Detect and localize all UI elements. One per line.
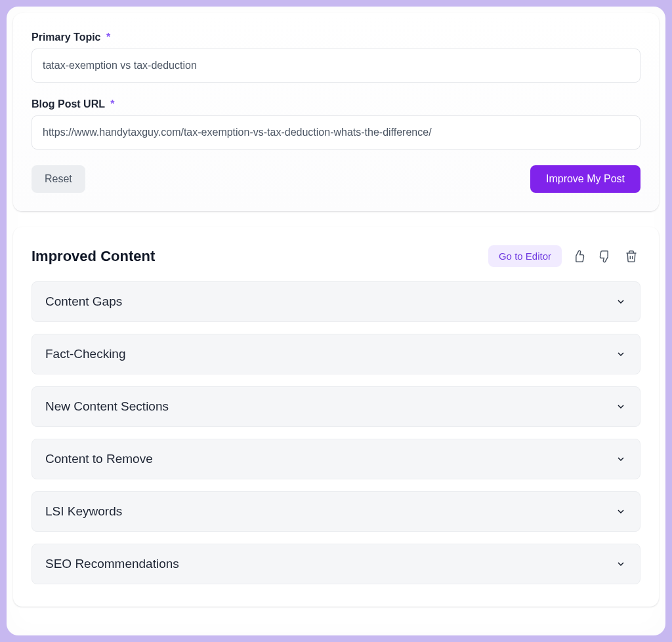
thumbs-up-icon[interactable]	[570, 247, 588, 266]
topic-label: Primary Topic	[32, 31, 101, 43]
results-title: Improved Content	[32, 248, 155, 265]
thumbs-down-icon[interactable]	[596, 247, 614, 266]
chevron-down-icon	[615, 558, 627, 570]
results-card: Improved Content Go to Editor Content Ga…	[13, 227, 659, 607]
accordion-content-to-remove[interactable]: Content to Remove	[32, 439, 640, 479]
required-star: *	[106, 31, 110, 43]
accordion-content-gaps[interactable]: Content Gaps	[32, 281, 640, 322]
trash-icon[interactable]	[622, 247, 640, 266]
chevron-down-icon	[615, 401, 627, 412]
accordion-title: SEO Recommendations	[45, 557, 179, 571]
reset-button[interactable]: Reset	[32, 165, 85, 193]
accordion-fact-checking[interactable]: Fact-Checking	[32, 334, 640, 374]
results-actions: Go to Editor	[488, 245, 640, 267]
chevron-down-icon	[615, 453, 627, 465]
input-card: Primary Topic * Blog Post URL * Reset Im…	[13, 13, 659, 211]
required-star: *	[110, 98, 114, 110]
results-header: Improved Content Go to Editor	[32, 245, 640, 267]
accordion-title: Content Gaps	[45, 294, 122, 309]
go-to-editor-button[interactable]: Go to Editor	[488, 245, 562, 267]
url-input[interactable]	[32, 115, 640, 150]
accordion-title: Fact-Checking	[45, 347, 126, 361]
topic-field-block: Primary Topic *	[32, 31, 640, 83]
chevron-down-icon	[615, 506, 627, 517]
accordion-new-content-sections[interactable]: New Content Sections	[32, 386, 640, 427]
topic-input[interactable]	[32, 49, 640, 83]
app-frame: Primary Topic * Blog Post URL * Reset Im…	[7, 7, 665, 635]
url-label-row: Blog Post URL *	[32, 98, 640, 110]
chevron-down-icon	[615, 348, 627, 360]
improve-button[interactable]: Improve My Post	[530, 165, 640, 193]
button-row: Reset Improve My Post	[32, 165, 640, 193]
url-field-block: Blog Post URL *	[32, 98, 640, 150]
chevron-down-icon	[615, 296, 627, 308]
accordion-seo-recommendations[interactable]: SEO Recommendations	[32, 544, 640, 584]
url-label: Blog Post URL	[32, 98, 105, 110]
accordion-title: New Content Sections	[45, 399, 169, 414]
accordion-title: LSI Keywords	[45, 504, 122, 519]
topic-label-row: Primary Topic *	[32, 31, 640, 43]
accordion-lsi-keywords[interactable]: LSI Keywords	[32, 491, 640, 532]
accordion-title: Content to Remove	[45, 452, 153, 466]
